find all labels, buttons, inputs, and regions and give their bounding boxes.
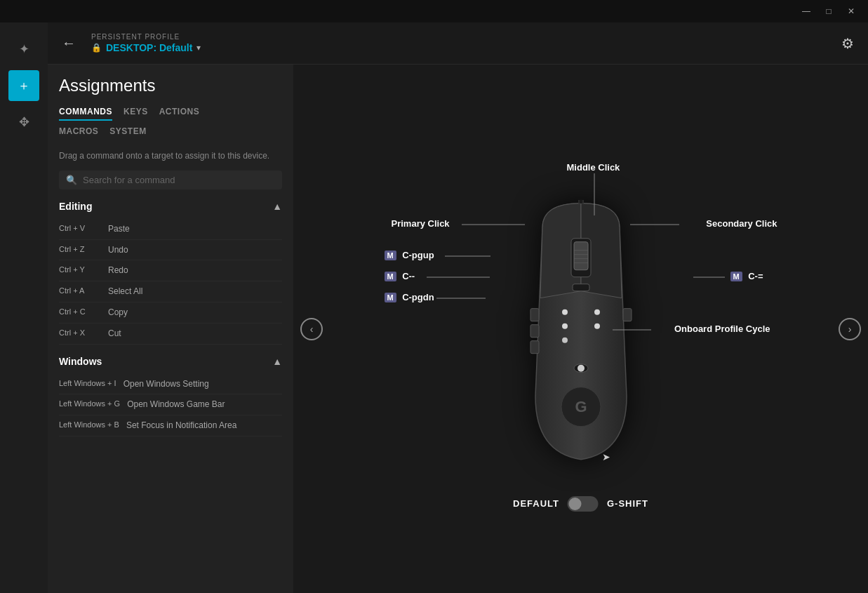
section-windows-header: Windows ▲ xyxy=(59,356,282,367)
c-pgdn-label: M C-pgdn xyxy=(385,291,434,303)
svg-point-17 xyxy=(594,309,600,314)
svg-rect-8 xyxy=(530,324,539,337)
mode-toggle[interactable] xyxy=(568,496,599,512)
command-key: Ctrl + A xyxy=(59,286,101,295)
command-label: Open Windows Game Bar xyxy=(127,399,225,411)
header: ← PERSISTENT PROFILE 🔒 DESKTOP: Default … xyxy=(48,22,868,65)
collapse-windows-icon[interactable]: ▲ xyxy=(272,356,282,367)
list-item[interactable]: Ctrl + Z Undo xyxy=(59,240,282,261)
titlebar: — □ ✕ xyxy=(0,0,868,22)
assignments-title: Assignments xyxy=(59,76,282,95)
sidebar-icon-move[interactable]: ✥ xyxy=(8,107,39,138)
command-label: Paste xyxy=(108,223,130,235)
command-label: Cut xyxy=(108,328,121,340)
close-button[interactable]: ✕ xyxy=(840,0,862,22)
tab-macros[interactable]: MACROS xyxy=(59,126,98,139)
header-profile-info: PERSISTENT PROFILE 🔒 DESKTOP: Default ▾ xyxy=(91,33,201,53)
section-windows-title: Windows xyxy=(59,356,102,367)
list-item[interactable]: Ctrl + Y Redo xyxy=(59,260,282,281)
command-label: Redo xyxy=(108,265,128,276)
svg-point-19 xyxy=(594,323,600,328)
svg-point-16 xyxy=(562,309,568,314)
tab-keys[interactable]: KEYS xyxy=(123,107,148,121)
tabs-row-2: MACROS SYSTEM xyxy=(59,126,282,139)
maximize-button[interactable]: □ xyxy=(817,0,840,22)
drag-hint: Drag a command onto a target to assign i… xyxy=(59,150,282,162)
tabs-row-1: COMMANDS KEYS ACTIONS xyxy=(59,107,282,121)
gshift-mode-label: G-SHIFT xyxy=(607,498,648,509)
list-item[interactable]: Left Windows + I Open Windows Setting xyxy=(59,374,282,395)
command-key: Left Windows + B xyxy=(59,420,119,429)
sidebar-icon-light[interactable]: ✦ xyxy=(8,34,39,65)
primary-click-label: Primary Click xyxy=(392,217,450,229)
nav-right-button[interactable]: › xyxy=(839,318,861,340)
command-key: Left Windows + G xyxy=(59,399,120,408)
default-mode-label: DEFAULT xyxy=(513,498,559,509)
command-label: Undo xyxy=(108,244,128,256)
tab-system[interactable]: SYSTEM xyxy=(109,126,146,139)
persistent-label: PERSISTENT PROFILE xyxy=(91,33,201,41)
c-equals-label: M C-= xyxy=(730,269,763,282)
list-item[interactable]: Ctrl + C Copy xyxy=(59,302,282,324)
svg-rect-6 xyxy=(573,284,589,291)
svg-rect-1 xyxy=(574,241,588,269)
command-label: Copy xyxy=(108,307,128,319)
list-item[interactable]: Left Windows + B Set Focus in Notificati… xyxy=(59,415,282,437)
c-minus-label: M C-- xyxy=(385,269,415,282)
svg-rect-9 xyxy=(530,340,539,353)
mode-toggle-row: DEFAULT G-SHIFT xyxy=(513,496,648,512)
command-key: Ctrl + C xyxy=(59,307,101,316)
list-item[interactable]: Ctrl + A Select All xyxy=(59,281,282,302)
command-key: Ctrl + Y xyxy=(59,265,101,274)
nav-left-button[interactable]: ‹ xyxy=(300,318,323,340)
section-editing-header: Editing ▲ xyxy=(59,201,282,212)
sidebar-icon-assignments[interactable]: ＋ xyxy=(8,70,39,101)
back-button[interactable]: ← xyxy=(62,35,76,51)
command-label: Set Focus in Notification Area xyxy=(126,420,236,432)
tab-actions[interactable]: ACTIONS xyxy=(159,107,200,121)
svg-rect-7 xyxy=(530,308,539,321)
profile-row: 🔒 DESKTOP: Default ▾ xyxy=(91,42,201,53)
section-editing-title: Editing xyxy=(59,201,92,212)
cursor-indicator: ➤ xyxy=(602,451,610,462)
collapse-editing-icon[interactable]: ▲ xyxy=(272,201,282,212)
profile-name[interactable]: DESKTOP: Default xyxy=(106,42,192,53)
search-input[interactable] xyxy=(83,175,275,185)
lock-icon: 🔒 xyxy=(91,43,102,53)
search-icon: 🔍 xyxy=(66,175,77,185)
svg-rect-10 xyxy=(623,308,632,321)
svg-point-18 xyxy=(562,323,568,328)
command-key: Ctrl + V xyxy=(59,223,101,232)
chevron-down-icon[interactable]: ▾ xyxy=(196,43,201,53)
search-box[interactable]: 🔍 xyxy=(59,171,282,189)
command-key: Ctrl + X xyxy=(59,328,101,337)
settings-icon[interactable]: ⚙ xyxy=(841,35,854,52)
middle-click-label: Middle Click xyxy=(567,161,620,173)
command-label: Select All xyxy=(108,286,142,298)
command-key: Left Windows + I xyxy=(59,378,116,387)
icon-sidebar: ✦ ＋ ✥ xyxy=(0,22,48,593)
svg-point-21 xyxy=(577,364,585,371)
svg-point-20 xyxy=(562,337,568,342)
secondary-click-label: Secondary Click xyxy=(706,217,777,229)
command-label: Open Windows Setting xyxy=(123,378,209,390)
list-item[interactable]: Ctrl + V Paste xyxy=(59,219,282,240)
command-key: Ctrl + Z xyxy=(59,244,101,253)
tab-commands[interactable]: COMMANDS xyxy=(59,107,112,121)
list-item[interactable]: Ctrl + X Cut xyxy=(59,324,282,345)
left-panel: Assignments COMMANDS KEYS ACTIONS MACROS… xyxy=(48,65,293,593)
minimize-button[interactable]: — xyxy=(795,0,817,22)
c-pgup-label: M C-pgup xyxy=(385,248,434,261)
main-area: ‹ › xyxy=(293,65,868,593)
list-item[interactable]: Left Windows + G Open Windows Game Bar xyxy=(59,394,282,415)
svg-text:G: G xyxy=(575,397,587,415)
onboard-profile-label: Onboard Profile Cycle xyxy=(674,322,770,335)
